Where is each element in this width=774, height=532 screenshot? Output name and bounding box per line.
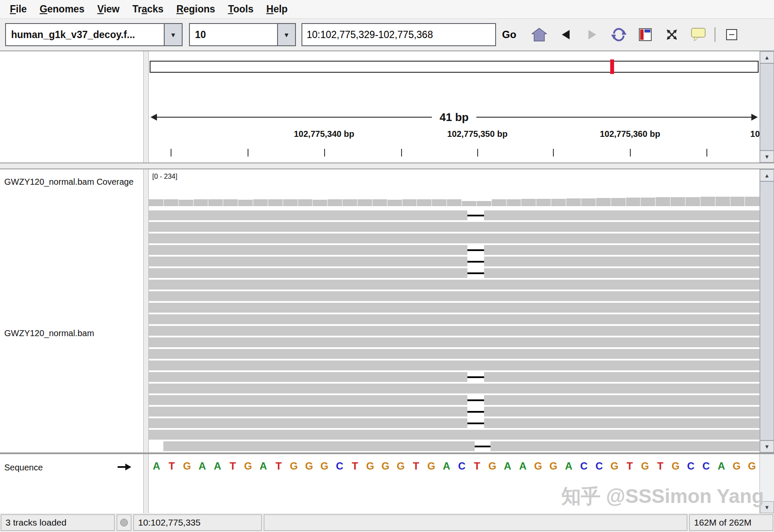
fit-data-to-window-icon[interactable] [662,24,682,45]
tracks-scrollbar[interactable]: ▲ ▼ [759,169,774,452]
base-A: A [515,460,531,472]
ruler-scrollbar[interactable]: ▲ ▼ [759,51,774,163]
coverage-track-name[interactable]: GWZY120_normal.bam Coverage [4,175,142,189]
coverage-bar [268,199,283,206]
genome-select[interactable]: human_g1k_v37_decoy.f... ▼ [5,23,183,46]
forward-icon[interactable] [582,24,603,45]
base-A: A [439,460,454,472]
alignment-read[interactable] [149,291,759,301]
menu-file[interactable]: File [3,2,33,17]
alignment-read[interactable] [149,280,759,290]
scroll-up-icon[interactable]: ▲ [760,51,774,63]
base-A: A [149,460,164,472]
tracks-panel: GWZY120_normal.bam Coverage GWZY120_norm… [0,168,774,453]
alignment-read[interactable] [149,430,759,440]
ruler-position-label: 102,775,340 bp [294,129,354,139]
deletion-gap [467,395,484,405]
ruler-position-label: 102,775,350 bp [447,129,508,139]
alignment-read[interactable] [149,349,759,359]
coverage-bar [596,198,611,206]
menu-tools[interactable]: Tools [222,2,260,17]
region-navigator-icon[interactable] [635,24,656,45]
genome-select-value: human_g1k_v37_decoy.f... [6,24,164,45]
scrollbar-thumb[interactable] [760,63,774,151]
coverage-bar [387,200,402,206]
locus-input[interactable] [301,23,496,46]
alignment-read[interactable] [149,395,759,405]
alignment-read[interactable] [163,441,759,451]
sequence-data-area[interactable]: ATGAATGATGGGCTGGGTGACTGAAGGACCGTGTGCCAGG [149,454,759,513]
alignment-read[interactable] [149,222,759,232]
menu-help[interactable]: Help [260,2,294,17]
alignment-read[interactable] [149,407,759,417]
span-indicator: 41 bp [151,111,758,123]
menu-view[interactable]: View [91,2,126,17]
memory-status[interactable]: 162M of 262M [689,514,773,531]
span-line [476,117,751,118]
scrollbar-thumb[interactable] [760,181,774,440]
coverage-bar [626,198,641,206]
scroll-down-icon[interactable]: ▼ [760,440,774,452]
chevron-down-icon[interactable]: ▼ [164,24,182,45]
deletion-line [467,423,484,424]
scroll-down-icon[interactable]: ▼ [760,501,774,513]
menu-regions[interactable]: Regions [170,2,222,17]
go-button[interactable]: Go [496,29,522,41]
alignment-read[interactable] [149,326,759,336]
base-G: G [546,460,561,472]
chromosome-ideogram[interactable] [150,61,759,73]
alignment-read[interactable] [149,337,759,347]
span-line [157,117,432,118]
panel-splitter[interactable] [0,163,774,168]
coverage-bar [164,199,178,206]
ruler-position-labels: 102,775,340 bp102,775,350 bp102,775,360 … [149,129,759,141]
panel-divider[interactable] [143,51,149,163]
ruler-data-area[interactable]: 41 bp 102,775,340 bp102,775,350 bp102,77… [149,51,759,163]
alignment-track-name[interactable]: GWZY120_normal.bam [4,328,94,338]
alignment-reads [149,210,759,452]
base-T: T [653,460,668,472]
alignment-read[interactable] [149,210,759,220]
alignment-read[interactable] [149,418,759,428]
alignment-read[interactable] [149,361,759,370]
base-C: C [576,460,592,472]
refresh-icon[interactable] [609,24,629,45]
chevron-down-icon[interactable]: ▼ [277,24,295,45]
ruler-tick [248,149,248,157]
alignment-read[interactable] [149,384,759,393]
sequence-scrollbar[interactable]: ▼ [759,454,774,513]
menu-genomes[interactable]: Genomes [33,2,91,17]
ruler-position-label: 102,775,360 bp [600,129,660,139]
deletion-gap [475,441,491,451]
menu-tracks[interactable]: Tracks [126,2,170,17]
sequence-track-name[interactable]: Sequence [4,463,43,473]
panel-divider[interactable] [143,169,149,452]
alignment-read[interactable] [149,257,759,266]
ruler-tick [553,149,554,157]
forward-strand-icon[interactable] [118,464,131,472]
collapse-icon[interactable] [721,24,742,45]
scroll-down-icon[interactable]: ▼ [760,151,774,163]
alignment-read[interactable] [149,314,759,324]
scroll-up-icon[interactable]: ▲ [760,169,774,181]
base-T: T [470,460,485,472]
scrollbar-track[interactable] [760,454,774,501]
base-C: C [683,460,699,472]
alignment-read[interactable] [149,245,759,255]
coverage-track[interactable] [149,193,759,206]
tracks-data-area[interactable]: [0 - 234] [149,169,759,452]
panel-divider[interactable] [143,454,149,513]
alignment-read[interactable] [149,372,759,382]
sequence-bases: ATGAATGATGGGCTGGGTGACTGAAGGACCGTGTGCCAGG [149,460,759,472]
home-icon[interactable] [529,24,549,45]
base-G: G [668,460,683,472]
coverage-bar [223,199,238,206]
deletion-line [475,446,491,447]
alignment-read[interactable] [149,233,759,243]
coverage-bar [581,198,596,206]
back-icon[interactable] [555,24,576,45]
alignment-read[interactable] [149,303,759,313]
tooltip-toggle-icon[interactable] [688,24,709,45]
chromosome-select[interactable]: 10 ▼ [189,23,296,46]
alignment-read[interactable] [149,268,759,278]
